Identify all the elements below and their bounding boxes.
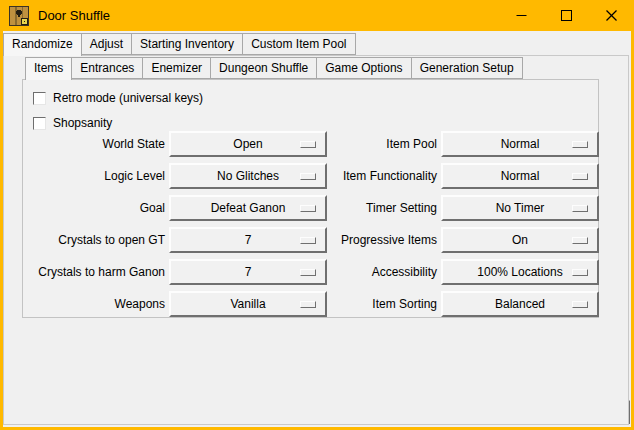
weapons-label: Weapons	[25, 291, 165, 317]
world-state-dropdown[interactable]: Open	[169, 131, 327, 157]
world-state-label: World State	[25, 131, 165, 157]
crystals-gt-label: Crystals to open GT	[25, 227, 165, 253]
progressive-items-label: Progressive Items	[331, 227, 437, 253]
timer-setting-label: Timer Setting	[331, 195, 437, 221]
tab-dungeon-shuffle[interactable]: Dungeon Shuffle	[210, 57, 317, 79]
title-bar: Door Shuffle	[0, 0, 634, 31]
minimize-icon	[516, 10, 527, 21]
shopsanity-row: Shopsanity	[33, 116, 112, 130]
timer-setting-dropdown[interactable]: No Timer	[441, 195, 599, 221]
door-shuffle-window: Door Shuffle Randomize Adjust Starting I…	[0, 0, 634, 430]
window-title: Door Shuffle	[38, 8, 110, 23]
dropdown-indicator-icon	[300, 205, 316, 212]
dropdown-indicator-icon	[300, 269, 316, 276]
weapons-dropdown[interactable]: Vanilla	[169, 291, 327, 317]
crystals-gt-dropdown[interactable]: 7	[169, 227, 327, 253]
close-icon	[606, 10, 617, 21]
item-pool-dropdown[interactable]: Normal	[441, 131, 599, 157]
dropdown-indicator-icon	[572, 237, 588, 244]
logic-level-label: Logic Level	[25, 163, 165, 189]
dropdown-indicator-icon	[300, 301, 316, 308]
dropdown-indicator-icon	[572, 205, 588, 212]
tab-entrances[interactable]: Entrances	[71, 57, 143, 79]
maximize-icon	[561, 10, 572, 21]
tab-custom-item-pool[interactable]: Custom Item Pool	[242, 33, 355, 55]
crystals-ganon-dropdown[interactable]: 7	[169, 259, 327, 285]
shopsanity-label: Shopsanity	[53, 116, 112, 130]
goal-label: Goal	[25, 195, 165, 221]
dropdown-indicator-icon	[300, 141, 316, 148]
tab-game-options[interactable]: Game Options	[316, 57, 411, 79]
tab-items[interactable]: Items	[25, 57, 72, 80]
close-button[interactable]	[589, 0, 634, 31]
minimize-button[interactable]	[499, 0, 544, 31]
dropdown-indicator-icon	[300, 173, 316, 180]
tab-generation-setup[interactable]: Generation Setup	[411, 57, 523, 79]
dropdown-indicator-icon	[572, 269, 588, 276]
window-content: Randomize Adjust Starting Inventory Cust…	[3, 31, 631, 427]
retro-mode-label: Retro mode (universal keys)	[53, 91, 203, 105]
retro-mode-checkbox[interactable]	[33, 92, 46, 105]
dropdown-indicator-icon	[300, 237, 316, 244]
window-controls	[499, 0, 634, 31]
accessibility-label: Accessibility	[331, 259, 437, 285]
tab-enemizer[interactable]: Enemizer	[142, 57, 211, 79]
app-door-icon	[9, 6, 29, 26]
item-sorting-label: Item Sorting	[331, 291, 437, 317]
accessibility-dropdown[interactable]: 100% Locations	[441, 259, 599, 285]
options-grid: World State Open Item Pool Normal Logic …	[25, 131, 599, 317]
dropdown-indicator-icon	[572, 301, 588, 308]
item-sorting-dropdown[interactable]: Balanced	[441, 291, 599, 317]
item-functionality-label: Item Functionality	[331, 163, 437, 189]
tab-adjust[interactable]: Adjust	[81, 33, 132, 55]
tab-starting-inventory[interactable]: Starting Inventory	[131, 33, 243, 55]
progressive-items-dropdown[interactable]: On	[441, 227, 599, 253]
item-functionality-dropdown[interactable]: Normal	[441, 163, 599, 189]
randomize-sub-tab-bar: Items Entrances Enemizer Dungeon Shuffle…	[25, 57, 522, 80]
goal-dropdown[interactable]: Defeat Ganon	[169, 195, 327, 221]
items-tab-pane: Retro mode (universal keys) Shopsanity W…	[22, 79, 599, 318]
shopsanity-checkbox[interactable]	[33, 117, 46, 130]
crystals-ganon-label: Crystals to harm Ganon	[25, 259, 165, 285]
main-tab-bar: Randomize Adjust Starting Inventory Cust…	[3, 33, 355, 56]
dropdown-indicator-icon	[572, 173, 588, 180]
logic-level-dropdown[interactable]: No Glitches	[169, 163, 327, 189]
maximize-button[interactable]	[544, 0, 589, 31]
item-pool-label: Item Pool	[331, 131, 437, 157]
tab-randomize[interactable]: Randomize	[3, 33, 82, 56]
retro-mode-row: Retro mode (universal keys)	[33, 91, 203, 105]
dropdown-indicator-icon	[572, 141, 588, 148]
